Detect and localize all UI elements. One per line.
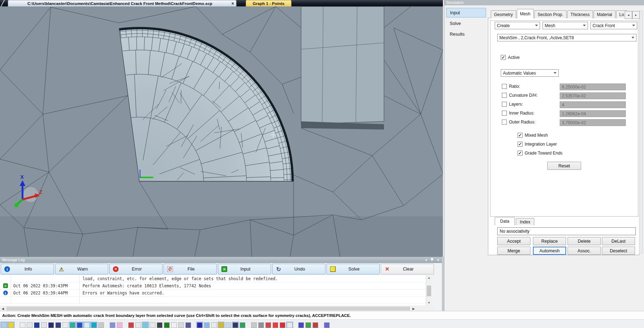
toolbar-icon[interactable]	[128, 322, 134, 328]
grade-toward-ends-checkbox[interactable]: ✓	[518, 151, 523, 156]
toolbar-icon[interactable]	[273, 322, 278, 328]
toolbar-icon[interactable]	[135, 322, 141, 328]
graph-tab[interactable]: Graph 1 - Points	[246, 0, 291, 6]
toolbar-icon[interactable]	[211, 322, 217, 328]
close-icon[interactable]: ×	[231, 1, 234, 6]
inner-radius-checkbox[interactable]	[502, 111, 507, 116]
scroll-left-icon[interactable]: ◀	[0, 307, 6, 311]
collapse-icon[interactable]: ▾	[425, 258, 427, 262]
toolbar-icon[interactable]	[41, 322, 47, 328]
toolbar-icon[interactable]	[77, 322, 83, 328]
action-dropdown[interactable]: Create	[495, 22, 540, 29]
toolbar-icon[interactable]	[258, 322, 264, 328]
active-checkbox[interactable]: ✓	[501, 55, 506, 60]
tab-index[interactable]: Index	[516, 218, 534, 225]
tab-thickness[interactable]: Thickness	[567, 10, 593, 18]
solve-button[interactable]: Solve	[326, 264, 380, 274]
inner-radius-input[interactable]: 1.26562e-04	[560, 110, 626, 117]
toolbar-icon[interactable]	[20, 322, 25, 328]
toolbar-icon[interactable]	[27, 322, 33, 328]
file-tab[interactable]: C:\Users\blancaster\Documents\Camtasia\E…	[8, 0, 236, 6]
curvature-checkbox[interactable]	[502, 93, 507, 98]
toolbar-icon[interactable]	[178, 322, 184, 328]
undo-button[interactable]: Undo	[272, 264, 325, 274]
scroll-down-icon[interactable]: ▼	[426, 300, 432, 306]
toolbar-icon[interactable]	[110, 322, 115, 328]
toolbar-icon[interactable]	[70, 322, 75, 328]
tab-mesh[interactable]: Mesh	[517, 9, 534, 18]
toolbar-icon[interactable]	[265, 322, 271, 328]
outer-radius-checkbox[interactable]	[502, 120, 507, 125]
delete-button[interactable]: Delete	[568, 237, 601, 245]
layers-checkbox[interactable]	[502, 102, 507, 107]
error-button[interactable]: Error	[109, 264, 163, 274]
ratio-input[interactable]: 6.25000e-02	[560, 84, 626, 90]
dock-splitter[interactable]	[442, 257, 444, 311]
toolbar-icon[interactable]	[225, 322, 231, 328]
log-row[interactable]: load, constraint, etc. for element, edge…	[0, 275, 426, 282]
input-button[interactable]: Input	[218, 264, 271, 274]
deselect-button[interactable]: Deselect	[602, 247, 635, 255]
toolbar-icon[interactable]	[55, 322, 61, 328]
log-row[interactable]: Oct 06 2022 03:39:44PM Errors or Warning…	[0, 289, 426, 297]
warn-button[interactable]: Warn	[55, 264, 108, 274]
panel-scrollbar[interactable]	[639, 11, 643, 253]
toolbar-icon[interactable]	[98, 322, 104, 328]
curvature-input[interactable]: 2.53570e-02	[560, 92, 626, 99]
close-icon[interactable]: ✕	[437, 258, 440, 262]
toolbar-icon[interactable]	[240, 322, 245, 328]
sidebar-item-solve[interactable]: Solve	[446, 19, 486, 28]
mesh-item-dropdown[interactable]: MeshSim , 2,Crack Front, ,Active,SET8	[497, 34, 636, 41]
merge-button[interactable]: Merge	[497, 247, 530, 255]
toolbar-icon[interactable]	[313, 322, 318, 328]
replace-button[interactable]: Replace	[533, 237, 566, 245]
toolbar-icon[interactable]	[185, 322, 191, 328]
toolbar-icon[interactable]	[298, 322, 304, 328]
toolbar-icon[interactable]	[84, 322, 90, 328]
reset-button[interactable]: Reset	[547, 162, 581, 170]
toolbar-icon[interactable]	[63, 322, 68, 328]
toolbar-icon[interactable]	[157, 322, 163, 328]
scrollbar-thumb[interactable]	[427, 286, 431, 296]
scroll-up-icon[interactable]: ▲	[426, 275, 432, 281]
tab-geometry[interactable]: Geometry	[491, 10, 516, 18]
delast-button[interactable]: DeLast	[602, 237, 635, 245]
toolbar-icon[interactable]	[48, 322, 54, 328]
toolbar-icon[interactable]	[117, 322, 123, 328]
toolbar-icon[interactable]	[251, 322, 257, 328]
clear-button[interactable]: Clear	[381, 264, 434, 274]
pin-icon[interactable]	[430, 258, 434, 262]
toolbar-icon[interactable]	[91, 322, 97, 328]
sidebar-item-input[interactable]: Input	[446, 8, 486, 17]
ratio-checkbox[interactable]	[502, 84, 507, 89]
toolbar-icon[interactable]	[305, 322, 311, 328]
type-dropdown[interactable]: Crack Front	[590, 22, 637, 29]
log-horizontal-scrollbar[interactable]: ◀ ▶	[0, 306, 435, 311]
toolbar-icon[interactable]	[233, 322, 238, 328]
toolbar-icon[interactable]	[218, 322, 224, 328]
viewport-3d[interactable]: XZ	[0, 6, 443, 257]
toolbar-icon[interactable]	[324, 322, 330, 328]
toolbar-icon[interactable]	[143, 322, 148, 328]
integration-layer-checkbox[interactable]: ✓	[518, 142, 523, 147]
accept-button[interactable]: Accept	[497, 237, 530, 245]
toolbar-icon[interactable]	[197, 322, 203, 328]
mixed-mesh-checkbox[interactable]: ✓	[518, 133, 523, 138]
toolbar-icon[interactable]	[150, 322, 155, 328]
outer-radius-input[interactable]: 3.75000e-02	[560, 119, 626, 126]
scrollbar-thumb[interactable]	[6, 307, 410, 311]
toolbar-icon[interactable]	[34, 322, 40, 328]
toolbar-icon[interactable]	[1, 322, 7, 328]
log-row[interactable]: Oct 06 2022 03:39:43PM Perform Automesh:…	[0, 282, 426, 289]
toolbar-icon[interactable]	[8, 322, 14, 328]
entity-dropdown[interactable]: Mesh	[543, 22, 588, 29]
toolbar-icon[interactable]	[171, 322, 177, 328]
values-mode-dropdown[interactable]: Automatic Values	[501, 69, 559, 77]
file-button[interactable]: File	[164, 264, 217, 274]
associativity-field[interactable]: No associativity	[497, 227, 636, 235]
toolbar-icon[interactable]	[164, 322, 170, 328]
log-vertical-scrollbar[interactable]: ▲ ▼	[426, 275, 432, 306]
layers-input[interactable]: 4	[560, 101, 626, 108]
info-button[interactable]: Info	[1, 264, 54, 274]
toolbar-icon[interactable]	[204, 322, 210, 328]
